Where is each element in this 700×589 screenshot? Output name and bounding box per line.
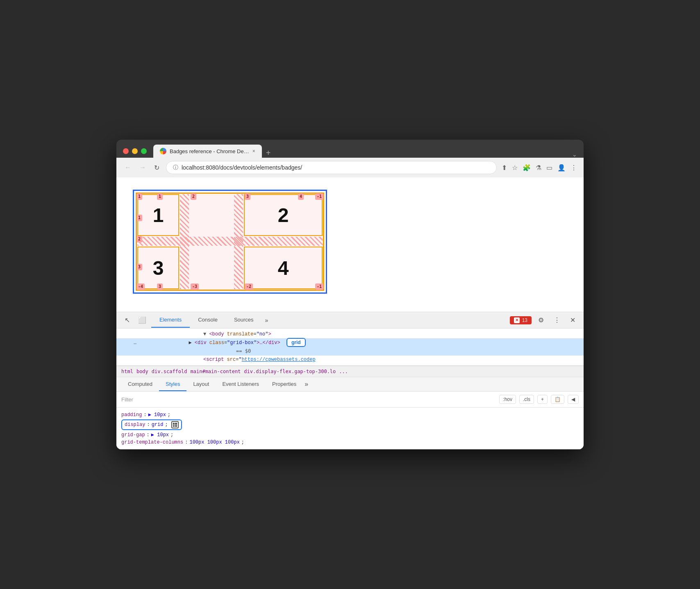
elements-panel: ▼ <body translate="no"> … ▶ <div class="… [116,328,584,366]
lock-icon: ⓘ [173,164,178,171]
breadcrumb-html[interactable]: html [121,369,133,374]
devtools-toolbar: ↖ ⬜ Elements Console Sources » ✕ 13 ⚙ ⋮ … [116,312,584,328]
html-line-body: ▼ <body translate="no"> [116,330,584,338]
tab-properties[interactable]: Properties [266,378,303,391]
address-input[interactable]: ⓘ localhost:8080/docs/devtools/elements/… [166,161,497,174]
traffic-lights [123,148,147,154]
share-icon[interactable]: ⬆ [502,164,507,172]
page-content: 1 2 3 4 1 1 2 3 4 -1 [116,177,584,312]
reload-button[interactable]: ↻ [152,162,161,173]
filter-actions: :hov .cls + 📋 ◀ [499,395,579,404]
css-rule-grid-template-columns: grid-template-columns: 100px 100px 100px… [121,439,579,446]
badge-col4-top: 4 [298,193,304,200]
chrome-icon [160,148,166,154]
profile-icon[interactable]: 👤 [557,164,566,172]
css-rule-padding: padding: ▶ 10px; [121,411,579,419]
inspect-element-icon[interactable]: ↖ [121,312,133,328]
breadcrumb-body[interactable]: body [136,369,148,374]
badge-row1-left: 1 [136,215,142,221]
badge-row2-left: 2 [136,236,142,242]
tab-event-listeners[interactable]: Event Listeners [216,378,266,391]
filter-input[interactable]: Filter [121,396,499,403]
extension-icon[interactable]: 🧩 [523,164,531,172]
grid-visualization: 1 2 3 4 1 1 2 3 4 -1 [136,193,324,291]
tab-elements[interactable]: Elements [151,313,190,328]
hover-filter-button[interactable]: :hov [499,395,516,404]
badge-col4-bot: -1 [315,283,323,290]
css-rule-grid-gap: grid-gap: ▶ 10px; [121,431,579,439]
styles-tabs: Computed Styles Layout Event Listeners P… [116,377,584,392]
styles-tab-more[interactable]: » [303,377,310,391]
grid-gap-vertical-2 [234,194,243,289]
devtools-close-icon[interactable]: ✕ [567,313,579,327]
ellipsis-left: … [134,340,136,346]
experiment-icon[interactable]: ⚗ [536,164,541,172]
grid-cell-3: 3 [137,247,179,289]
grid-badge[interactable]: grid [286,338,306,347]
grid-gap-vertical-1 [180,194,189,289]
breadcrumb-div-flex[interactable]: div.display-flex.gap-top-300.lo [244,369,336,374]
add-style-button[interactable]: + [537,395,548,404]
badge-col1-bot-left: -4 [136,283,145,290]
badge-row3-left: 3 [136,264,142,270]
error-count-badge: ✕ 13 [510,316,532,324]
devtools-settings-icon[interactable]: ⚙ [535,313,547,327]
browser-window: Badges reference - Chrome De… × + ⌄ ← → … [116,140,584,449]
grid-visualization-container: 1 2 3 4 1 1 2 3 4 -1 [133,190,327,294]
devtools-more-icon[interactable]: ⋮ [550,313,564,327]
tab-computed[interactable]: Computed [121,378,159,391]
forward-button[interactable]: → [138,162,148,173]
html-line-div-grid[interactable]: … ▶ <div class="grid-box">…</div> grid [116,338,584,347]
menu-icon[interactable]: ⋮ [570,164,577,172]
toggle-sidebar-button[interactable]: ◀ [568,395,579,404]
breadcrumb-bar: html body div.scaffold main#main-content… [116,366,584,377]
css-rule-display: display: grid; [121,419,182,430]
error-x-icon: ✕ [514,317,520,323]
devtools-right-actions: ✕ 13 ⚙ ⋮ ✕ [510,313,579,327]
devtools-tabs: Elements Console Sources » [151,313,271,328]
tab-list-chevron[interactable]: ⌄ [572,151,577,158]
minimize-button[interactable] [132,148,138,154]
error-count: 13 [522,317,527,323]
device-toolbar-icon[interactable]: ⬜ [135,312,150,328]
tab-close-button[interactable]: × [252,148,255,154]
breadcrumb-div-scaffold[interactable]: div.scaffold [152,369,187,374]
tab-title: Badges reference - Chrome De… [170,148,249,154]
bookmark-icon[interactable]: ☆ [512,164,518,172]
breadcrumb-more[interactable]: ... [339,369,348,374]
address-bar: ← → ↻ ⓘ localhost:8080/docs/devtools/ele… [116,158,584,177]
tab-console[interactable]: Console [190,313,226,328]
close-button[interactable] [123,148,129,154]
back-button[interactable]: ← [123,162,133,173]
cls-filter-button[interactable]: .cls [519,395,534,404]
tab-more[interactable]: » [262,313,272,328]
tab-bar: Badges reference - Chrome De… × + ⌄ [153,145,577,158]
url-text: localhost:8080/docs/devtools/elements/ba… [182,164,490,171]
tab-layout[interactable]: Layout [186,378,216,391]
badge-col2-bot: -3 [191,283,199,290]
badge-col1-top-left: 1 [136,193,142,200]
copy-styles-button[interactable]: 📋 [551,395,564,404]
breadcrumb-main[interactable]: main#main-content [191,369,241,374]
split-view-icon[interactable]: ▭ [546,164,552,172]
new-tab-button[interactable]: + [263,148,274,158]
badge-col3-top: 3 [245,193,250,200]
browser-action-icons: ⬆ ☆ 🧩 ⚗ ▭ 👤 ⋮ [502,164,577,172]
title-bar: Badges reference - Chrome De… × + ⌄ [116,140,584,158]
grid-toggle-icon[interactable] [171,421,179,428]
grid-cell-2: 2 [244,194,323,236]
tab-sources[interactable]: Sources [226,313,262,328]
badge-col1-bot-right: 3 [157,283,163,290]
tab-styles[interactable]: Styles [159,378,186,391]
grid-cell-4: 4 [244,247,323,289]
maximize-button[interactable] [141,148,147,154]
html-line-dollar: == $0 [116,347,584,356]
css-rules-panel: padding: ▶ 10px; display: grid; grid-gap… [116,408,584,449]
devtools-panel: ↖ ⬜ Elements Console Sources » ✕ 13 ⚙ ⋮ … [116,312,584,449]
grid-gap-horizontal [137,237,323,246]
badge-col3-bot: -2 [245,283,253,290]
active-tab[interactable]: Badges reference - Chrome De… × [153,145,262,158]
grid-cell-1: 1 [137,194,179,236]
filter-bar: Filter :hov .cls + 📋 ◀ [116,392,584,408]
filter-placeholder: Filter [121,396,133,403]
